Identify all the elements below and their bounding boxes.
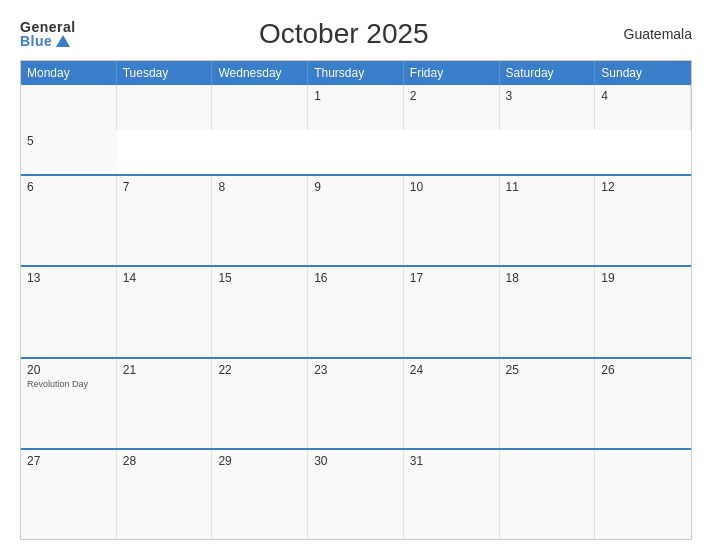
header-friday: Friday — [404, 61, 500, 85]
day-cell-10: 10 — [404, 176, 500, 265]
header-sunday: Sunday — [595, 61, 691, 85]
day-cell-4: 4 — [595, 85, 691, 130]
day-cell-29: 29 — [212, 450, 308, 539]
page-header: General Blue October 2025 Guatemala — [20, 18, 692, 50]
day-cell-5: 5 — [21, 130, 117, 175]
week-row-5: 27 28 29 30 31 — [21, 448, 691, 539]
weeks-container: 1 2 3 4 5 6 — [21, 85, 691, 539]
day-cell — [117, 85, 213, 130]
day-cell — [212, 85, 308, 130]
day-cell-23: 23 — [308, 359, 404, 448]
calendar-page: General Blue October 2025 Guatemala Mond… — [0, 0, 712, 550]
day-cell-1: 1 — [308, 85, 404, 130]
logo-general-text: General — [20, 20, 76, 34]
day-cell-25: 25 — [500, 359, 596, 448]
week-row-4: 20 Revolution Day 21 22 23 24 25 — [21, 357, 691, 448]
header-tuesday: Tuesday — [117, 61, 213, 85]
header-wednesday: Wednesday — [212, 61, 308, 85]
logo-triangle-icon — [56, 35, 70, 47]
day-cell-6: 6 — [21, 176, 117, 265]
header-monday: Monday — [21, 61, 117, 85]
day-cell-20: 20 Revolution Day — [21, 359, 117, 448]
logo-blue-text: Blue — [20, 34, 70, 48]
day-cell-9: 9 — [308, 176, 404, 265]
day-cell-28: 28 — [117, 450, 213, 539]
day-cell-17: 17 — [404, 267, 500, 356]
day-cell-21: 21 — [117, 359, 213, 448]
day-cell-12: 12 — [595, 176, 691, 265]
day-cell-27: 27 — [21, 450, 117, 539]
day-cell-11: 11 — [500, 176, 596, 265]
day-cell-30: 30 — [308, 450, 404, 539]
logo: General Blue — [20, 20, 76, 48]
month-title: October 2025 — [76, 18, 612, 50]
day-cell-15: 15 — [212, 267, 308, 356]
day-cell-2: 2 — [404, 85, 500, 130]
calendar-grid: Monday Tuesday Wednesday Thursday Friday… — [20, 60, 692, 540]
day-headers-row: Monday Tuesday Wednesday Thursday Friday… — [21, 61, 691, 85]
day-cell-16: 16 — [308, 267, 404, 356]
day-cell-24: 24 — [404, 359, 500, 448]
day-cell-22: 22 — [212, 359, 308, 448]
day-cell-7: 7 — [117, 176, 213, 265]
header-saturday: Saturday — [500, 61, 596, 85]
week-row-3: 13 14 15 16 17 18 19 — [21, 265, 691, 356]
header-thursday: Thursday — [308, 61, 404, 85]
day-cell-3: 3 — [500, 85, 596, 130]
week-row-2: 6 7 8 9 10 11 12 — [21, 174, 691, 265]
day-cell-26: 26 — [595, 359, 691, 448]
day-cell-14: 14 — [117, 267, 213, 356]
day-cell-19: 19 — [595, 267, 691, 356]
holiday-revolution-day: Revolution Day — [27, 379, 110, 389]
day-cell — [21, 85, 117, 130]
day-cell-18: 18 — [500, 267, 596, 356]
day-cell-13: 13 — [21, 267, 117, 356]
week-row-1: 1 2 3 4 5 — [21, 85, 691, 174]
day-cell — [595, 450, 691, 539]
day-cell-31: 31 — [404, 450, 500, 539]
day-cell-8: 8 — [212, 176, 308, 265]
country-label: Guatemala — [612, 26, 692, 42]
day-cell — [500, 450, 596, 539]
